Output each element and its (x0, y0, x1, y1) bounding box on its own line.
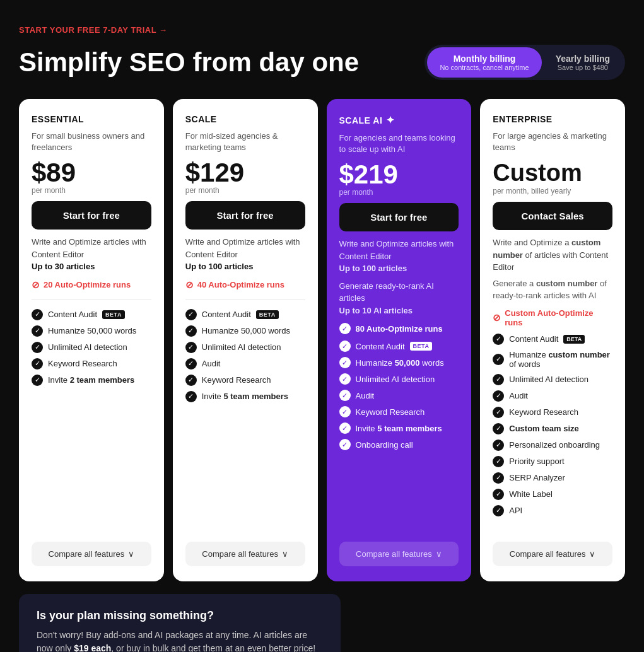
scale-divider (185, 300, 305, 300)
scale-plan-desc: For mid-sized agencies & marketing teams (185, 131, 305, 153)
list-item: ✓ Personalized onboarding (493, 440, 612, 451)
essential-price: $89 (32, 160, 151, 186)
essential-auto-optimize: ⊘ 20 Auto-Optimize runs (32, 279, 151, 291)
scale-feature-desc: Write and Optimize articles with Content… (185, 236, 305, 273)
plans-grid: ESSENTIAL For small business owners and … (19, 99, 625, 581)
yearly-label: Yearly billing (556, 54, 610, 64)
check-icon: ✓ (185, 358, 197, 370)
list-item: ✓ Invite 2 team members (32, 375, 151, 386)
yearly-billing-btn[interactable]: Yearly billing Save up to $480 (543, 47, 623, 78)
scale-ai-plan-name: SCALE AI ✦ (339, 114, 459, 126)
list-item: ✓ Humanize 50,000 words (32, 325, 151, 337)
check-icon: ✓ (339, 422, 351, 434)
list-item: ✓ Keyword Research (32, 358, 151, 370)
trial-link[interactable]: START YOUR FREE 7-DAY TRIAL → (19, 25, 625, 35)
check-icon: ✓ (32, 325, 43, 337)
enterprise-cta-btn[interactable]: Contact Sales (493, 202, 612, 230)
check-icon: ✓ (493, 374, 504, 385)
check-icon: ✓ (339, 323, 351, 334)
check-icon: ✓ (493, 472, 504, 484)
check-icon: ✓ (339, 341, 351, 352)
list-item: ✓ Humanize 50,000 words (185, 325, 305, 337)
check-icon: ✓ (493, 334, 504, 345)
scale-auto-optimize: ⊘ 40 Auto-Optimize runs (185, 279, 305, 291)
check-icon: ✓ (493, 407, 504, 418)
essential-plan-desc: For small business owners and freelancer… (32, 131, 151, 153)
monthly-sub: No contracts, cancel anytime (440, 64, 529, 71)
check-icon: ✓ (32, 309, 43, 320)
check-icon: ✓ (185, 309, 197, 320)
essential-feature-desc: Write and Optimize articles with Content… (32, 236, 151, 273)
check-icon: ✓ (185, 391, 197, 402)
list-item: ✓ Content Audit BETA (32, 309, 151, 320)
scale-ai-cta-btn[interactable]: Start for free (339, 203, 459, 231)
list-item: ✓ White Label (493, 489, 612, 500)
essential-compare-btn[interactable]: Compare all features ∨ (32, 542, 151, 566)
enterprise-compare-btn[interactable]: Compare all features ∨ (493, 542, 612, 566)
scale-ai-plan-desc: For agencies and teams looking to scale … (339, 132, 459, 155)
list-item: ✓ Onboarding call (339, 439, 459, 450)
list-item: ✓ Unlimited AI detection (339, 373, 459, 385)
page-title: Simplify SEO from day one (19, 48, 359, 77)
sparkle-icon: ✦ (386, 114, 395, 126)
enterprise-auto-optimize: ⊘ Custom Auto-Optimize runs (493, 308, 612, 327)
monthly-label: Monthly billing (454, 54, 516, 64)
check-icon: ✓ (339, 390, 351, 401)
scale-ai-compare-btn[interactable]: Compare all features ∨ (339, 542, 459, 566)
list-item: ✓ Custom team size (493, 423, 612, 434)
list-item: ✓ Humanize 50,000 words (339, 357, 459, 368)
essential-plan-name: ESSENTIAL (32, 114, 151, 124)
enterprise-feature-desc-1: Write and Optimize a custom number of ar… (493, 236, 612, 274)
essential-cta-btn[interactable]: Start for free (32, 201, 151, 230)
essential-plan: ESSENTIAL For small business owners and … (19, 99, 164, 581)
scale-ai-features: ✓ Content Audit BETA ✓ Humanize 50,000 w… (339, 341, 459, 450)
scale-ai-plan: SCALE AI ✦ For agencies and teams lookin… (327, 99, 472, 581)
essential-period: per month (32, 186, 151, 195)
check-icon: ✓ (493, 440, 504, 451)
enterprise-plan-desc: For large agencies & marketing teams (493, 131, 612, 153)
list-item: ✓ Keyword Research (493, 407, 612, 418)
list-item: ✓ Keyword Research (339, 406, 459, 417)
check-icon: ✓ (32, 342, 43, 353)
list-item: ✓ Invite 5 team members (339, 422, 459, 434)
scale-cta-btn[interactable]: Start for free (185, 201, 305, 230)
list-item: ✓ Priority support (493, 456, 612, 467)
check-icon: ✓ (493, 456, 504, 467)
check-icon: ✓ (493, 354, 504, 365)
check-icon: ✓ (185, 342, 197, 353)
scale-features: ✓ Content Audit BETA ✓ Humanize 50,000 w… (185, 309, 305, 402)
check-icon: ✓ (185, 325, 197, 337)
list-item: ✓ Unlimited AI detection (493, 374, 612, 385)
scale-period: per month (185, 186, 305, 195)
list-item: ✓ Audit (339, 390, 459, 401)
check-icon: ✓ (32, 375, 43, 386)
enterprise-feature-desc-2: Generate a custom number of ready-to-ran… (493, 277, 612, 302)
check-icon: ✓ (32, 358, 43, 370)
list-item: ✓ Unlimited AI detection (32, 342, 151, 353)
scale-ai-period: per month (339, 188, 459, 197)
check-icon: ✓ (493, 423, 504, 434)
list-item: ✓ Content Audit BETA (339, 341, 459, 352)
bottom-banner-title: Is your plan missing something? (37, 609, 323, 622)
list-item: ✓ Audit (493, 390, 612, 402)
scale-price: $129 (185, 160, 305, 186)
scale-plan: SCALE For mid-sized agencies & marketing… (173, 99, 318, 581)
check-icon: ✓ (493, 489, 504, 500)
check-icon: ✓ (339, 439, 351, 450)
check-icon: ✓ (185, 375, 197, 386)
list-item: ✓ Invite 5 team members (185, 391, 305, 402)
essential-features: ✓ Content Audit BETA ✓ Humanize 50,000 w… (32, 309, 151, 386)
billing-toggle: Monthly billing No contracts, cancel any… (424, 45, 625, 80)
scale-ai-feature-desc: Write and Optimize articles with Content… (339, 238, 459, 275)
yearly-sub: Save up to $480 (558, 64, 608, 71)
list-item: ✓ Audit (185, 358, 305, 370)
scale-plan-name: SCALE (185, 114, 305, 124)
scale-compare-btn[interactable]: Compare all features ∨ (185, 542, 305, 566)
list-item: ✓ Keyword Research (185, 375, 305, 386)
check-icon: ✓ (339, 373, 351, 385)
list-item: ✓ API (493, 505, 612, 516)
enterprise-plan: ENTERPRISE For large agencies & marketin… (480, 99, 625, 581)
list-item: ✓ Content Audit BETA (185, 309, 305, 320)
monthly-billing-btn[interactable]: Monthly billing No contracts, cancel any… (427, 47, 541, 78)
list-item: ✓ Humanize custom number of words (493, 350, 612, 369)
